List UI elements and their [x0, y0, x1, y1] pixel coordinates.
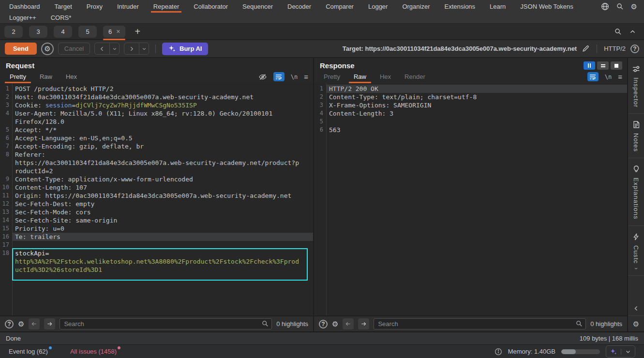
search-settings-gear-icon[interactable]: ⚙: [18, 320, 24, 328]
chevron-left-icon[interactable]: [628, 301, 644, 316]
layout-rows-icon[interactable]: [597, 61, 609, 70]
line-content: Cookie: session=djCVlj7cyZw7hRjjdfWMwCSg…: [12, 101, 313, 109]
line-number: [0, 266, 12, 274]
response-tab-raw[interactable]: Raw: [349, 70, 371, 83]
response-tab-pretty[interactable]: Pretty: [319, 70, 345, 83]
line-number: 11: [0, 192, 12, 200]
send-button[interactable]: Send: [5, 43, 37, 55]
menu-item-comparer[interactable]: Comparer: [318, 0, 361, 13]
toolbar-separator: [155, 45, 156, 53]
line-number: [0, 257, 12, 266]
sidebar-item-label: Inspector: [632, 77, 640, 107]
menu-item-proxy[interactable]: Proxy: [79, 0, 110, 13]
menu-item-json-web-tokens[interactable]: JSON Web Tokens: [513, 0, 580, 13]
menu-row-2: Logger++CORS*: [0, 13, 644, 22]
repeater-tab-3[interactable]: 3: [29, 26, 47, 38]
main-menubar: DashboardTargetProxyIntruderRepeaterColl…: [0, 0, 644, 24]
help-icon[interactable]: ?: [5, 320, 14, 328]
request-editor-icons: \n ≡: [258, 72, 308, 81]
sidebar-item-explanations[interactable]: Explanations: [628, 158, 644, 225]
menu-icon[interactable]: ≡: [304, 73, 308, 81]
menu-item-logger[interactable]: Logger++: [2, 14, 44, 21]
response-tab-hex[interactable]: Hex: [375, 70, 396, 83]
search-icon[interactable]: [616, 3, 624, 10]
help-icon[interactable]: ?: [630, 45, 639, 53]
request-tab-hex[interactable]: Hex: [61, 70, 82, 83]
response-tab-render[interactable]: Render: [400, 70, 430, 83]
menu-icon[interactable]: ≡: [618, 73, 622, 81]
help-icon[interactable]: ?: [319, 320, 328, 328]
repeater-tab-6[interactable]: 6×: [103, 26, 125, 38]
cancel-button[interactable]: Cancel: [58, 43, 90, 55]
burp-ai-menu-button[interactable]: [606, 345, 635, 358]
request-tab-pretty[interactable]: Pretty: [5, 70, 31, 83]
editor-line: 11Origin: https://0ac30011034f21da84e3dc…: [0, 192, 313, 200]
sidebar-item-inspector[interactable]: Inspector: [628, 58, 644, 114]
request-search-input[interactable]: [60, 318, 272, 329]
menu-item-cors[interactable]: CORS*: [44, 14, 79, 21]
menu-item-decoder[interactable]: Decoder: [280, 0, 318, 13]
burp-ai-button[interactable]: Burp AI: [162, 43, 208, 55]
request-highlights-count: 0 highlights: [276, 320, 308, 328]
eye-slash-icon[interactable]: [258, 73, 267, 81]
editor-line: 1HTTP/2 200 OK: [314, 85, 627, 93]
back-dropdown-chevron-icon[interactable]: [109, 43, 119, 54]
editor-line: 13Sec-Fetch-Mode: cors: [0, 208, 313, 216]
editor-line: 2Host: 0ac30011034f21da84e3dca3005e007a.…: [0, 93, 313, 101]
search-settings-gear-icon[interactable]: ⚙: [332, 320, 338, 328]
next-match-icon[interactable]: [44, 318, 55, 329]
next-match-icon[interactable]: [358, 318, 369, 329]
all-issues-button[interactable]: All issues (1458): [70, 348, 120, 355]
inspector-icon: [632, 65, 640, 73]
search-icon[interactable]: [614, 28, 622, 35]
memory-usage-label: Memory: 1.40GB: [508, 348, 555, 355]
newline-icon[interactable]: \n: [605, 74, 612, 80]
line-content: Accept: */*: [12, 126, 313, 134]
menu-item-intruder[interactable]: Intruder: [110, 0, 146, 13]
editor-line: 6563: [314, 126, 627, 134]
line-content: uctId%3D2%26storeId%3D1: [12, 266, 313, 274]
word-wrap-icon[interactable]: [273, 72, 285, 81]
forward-dropdown-chevron-icon[interactable]: [139, 43, 149, 54]
repeater-tab-5[interactable]: 5: [78, 26, 97, 38]
pencil-icon[interactable]: [582, 45, 590, 53]
settings-gear-icon[interactable]: ⚙: [631, 3, 637, 10]
word-wrap-icon[interactable]: [587, 72, 599, 81]
close-tab-icon[interactable]: ×: [116, 28, 120, 35]
newline-icon[interactable]: \n: [291, 74, 298, 80]
request-editor[interactable]: 1POST /product/stock HTTP/22Host: 0ac300…: [0, 83, 313, 315]
repeater-tab-2[interactable]: 2: [4, 26, 23, 38]
previous-match-icon[interactable]: [343, 318, 354, 329]
line-content: Sec-Fetch-Dest: empty: [12, 200, 313, 208]
request-tab-raw[interactable]: Raw: [35, 70, 57, 83]
menu-item-sequencer[interactable]: Sequencer: [235, 0, 280, 13]
line-number: 1: [0, 85, 12, 93]
response-search-input[interactable]: [374, 318, 586, 329]
menu-item-repeater[interactable]: Repeater: [146, 0, 186, 13]
add-tab-button[interactable]: +: [132, 26, 143, 37]
menu-item-collaborator[interactable]: Collaborator: [186, 0, 235, 13]
chevron-up-icon[interactable]: [629, 29, 636, 35]
globe-icon[interactable]: [601, 2, 609, 11]
menu-item-learn[interactable]: Learn: [482, 0, 513, 13]
menu-item-target[interactable]: Target: [47, 0, 79, 13]
editor-line: 7Accept-Encoding: gzip, deflate, br: [0, 142, 313, 150]
menu-item-logger[interactable]: Logger: [361, 0, 395, 13]
send-settings-gear-icon[interactable]: ⚙: [41, 43, 54, 55]
repeater-tab-4[interactable]: 4: [54, 26, 72, 38]
response-editor[interactable]: 1HTTP/2 200 OK2Content-Type: text/plain;…: [314, 83, 627, 315]
event-log-button[interactable]: Event log (62): [9, 348, 52, 355]
back-arrow-icon[interactable]: [95, 43, 109, 54]
memory-progress-bar: [561, 349, 600, 354]
forward-arrow-icon[interactable]: [124, 43, 139, 54]
menu-item-extensions[interactable]: Extensions: [437, 0, 483, 13]
menu-item-dashboard[interactable]: Dashboard: [2, 0, 47, 13]
line-content: 563: [326, 126, 627, 134]
settings-gear-icon[interactable]: ⚙: [628, 316, 644, 331]
previous-match-icon[interactable]: [29, 318, 40, 329]
menu-item-organizer[interactable]: Organizer: [395, 0, 437, 13]
layout-single-icon[interactable]: [611, 61, 622, 70]
sidebar-item-custc[interactable]: Custc›: [628, 226, 644, 276]
layout-columns-icon[interactable]: [584, 61, 595, 70]
sidebar-item-notes[interactable]: Notes: [628, 114, 644, 158]
